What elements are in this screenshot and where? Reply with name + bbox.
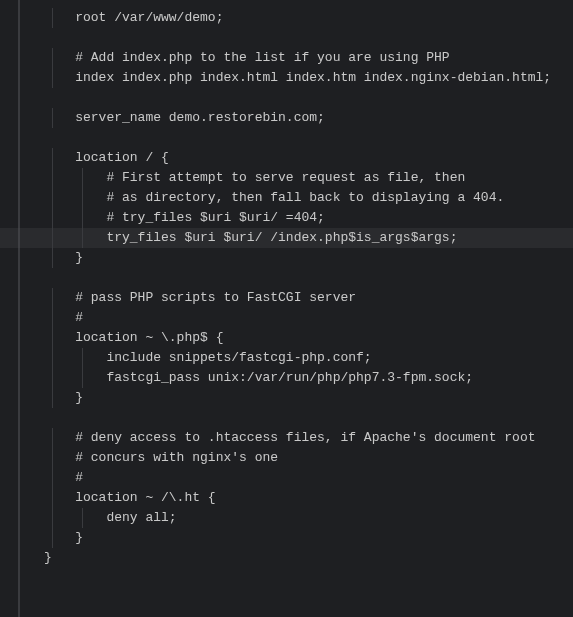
code-line[interactable] bbox=[0, 128, 573, 148]
indent-guide bbox=[82, 188, 83, 208]
code-text: root /var/www/demo; bbox=[44, 10, 223, 25]
code-line[interactable]: try_files $uri $uri/ /index.php$is_args$… bbox=[0, 228, 573, 248]
code-line[interactable]: } bbox=[0, 248, 573, 268]
code-line[interactable] bbox=[0, 408, 573, 428]
indent-guide bbox=[52, 528, 53, 548]
code-line[interactable] bbox=[0, 88, 573, 108]
indent-guide bbox=[52, 328, 53, 348]
code-text: } bbox=[44, 250, 83, 265]
code-line[interactable]: location / { bbox=[0, 148, 573, 168]
code-line[interactable]: # pass PHP scripts to FastCGI server bbox=[0, 288, 573, 308]
code-text: location ~ /\.ht { bbox=[44, 490, 216, 505]
indent-guide bbox=[52, 288, 53, 308]
indent-guide bbox=[52, 148, 53, 168]
indent-guide bbox=[52, 448, 53, 468]
indent-guide bbox=[52, 208, 53, 228]
code-line[interactable]: location ~ /\.ht { bbox=[0, 488, 573, 508]
code-line[interactable]: # Add index.php to the list if you are u… bbox=[0, 48, 573, 68]
code-line[interactable]: # deny access to .htaccess files, if Apa… bbox=[0, 428, 573, 448]
indent-guide bbox=[52, 308, 53, 328]
indent-guide bbox=[52, 48, 53, 68]
indent-guide bbox=[82, 348, 83, 368]
code-line[interactable]: fastcgi_pass unix:/var/run/php/php7.3-fp… bbox=[0, 368, 573, 388]
indent-guide bbox=[52, 428, 53, 448]
indent-guide bbox=[52, 168, 53, 188]
indent-guide bbox=[52, 388, 53, 408]
code-text: include snippets/fastcgi-php.conf; bbox=[44, 350, 372, 365]
code-text: # pass PHP scripts to FastCGI server bbox=[44, 290, 356, 305]
code-line[interactable] bbox=[0, 268, 573, 288]
code-text: # try_files $uri $uri/ =404; bbox=[44, 210, 325, 225]
indent-guide bbox=[52, 348, 53, 368]
code-text: # bbox=[44, 470, 83, 485]
indent-guide bbox=[52, 508, 53, 528]
code-line[interactable]: } bbox=[0, 388, 573, 408]
code-line[interactable]: location ~ \.php$ { bbox=[0, 328, 573, 348]
code-text: # First attempt to serve request as file… bbox=[44, 170, 465, 185]
indent-guide bbox=[82, 368, 83, 388]
code-text: server_name demo.restorebin.com; bbox=[44, 110, 325, 125]
code-line[interactable] bbox=[0, 28, 573, 48]
code-line[interactable]: } bbox=[0, 528, 573, 548]
code-text: # bbox=[44, 310, 83, 325]
code-editor[interactable]: root /var/www/demo; # Add index.php to t… bbox=[0, 0, 573, 617]
code-line[interactable]: # as directory, then fall back to displa… bbox=[0, 188, 573, 208]
code-line[interactable]: server_name demo.restorebin.com; bbox=[0, 108, 573, 128]
code-lines-container: root /var/www/demo; # Add index.php to t… bbox=[0, 8, 573, 568]
indent-guide bbox=[52, 468, 53, 488]
code-line[interactable]: } bbox=[0, 548, 573, 568]
code-line[interactable]: # concurs with nginx's one bbox=[0, 448, 573, 468]
code-text: # as directory, then fall back to displa… bbox=[44, 190, 504, 205]
indent-guide bbox=[52, 248, 53, 268]
indent-guide bbox=[52, 8, 53, 28]
indent-guide bbox=[82, 168, 83, 188]
indent-guide bbox=[52, 228, 53, 248]
code-line[interactable]: include snippets/fastcgi-php.conf; bbox=[0, 348, 573, 368]
code-text: try_files $uri $uri/ /index.php$is_args$… bbox=[44, 230, 457, 245]
code-text: } bbox=[44, 530, 83, 545]
indent-guide bbox=[82, 228, 83, 248]
code-line[interactable]: deny all; bbox=[0, 508, 573, 528]
code-text: } bbox=[44, 550, 52, 565]
code-text: # concurs with nginx's one bbox=[44, 450, 278, 465]
indent-guide bbox=[52, 488, 53, 508]
indent-guide bbox=[52, 188, 53, 208]
code-text: fastcgi_pass unix:/var/run/php/php7.3-fp… bbox=[44, 370, 473, 385]
code-text: location / { bbox=[44, 150, 169, 165]
code-line[interactable]: # First attempt to serve request as file… bbox=[0, 168, 573, 188]
code-line[interactable]: # bbox=[0, 308, 573, 328]
code-line[interactable]: # try_files $uri $uri/ =404; bbox=[0, 208, 573, 228]
code-text: deny all; bbox=[44, 510, 177, 525]
code-line[interactable]: index index.php index.html index.htm ind… bbox=[0, 68, 573, 88]
code-text: } bbox=[44, 390, 83, 405]
code-line[interactable]: # bbox=[0, 468, 573, 488]
code-text: index index.php index.html index.htm ind… bbox=[44, 70, 551, 85]
code-text: location ~ \.php$ { bbox=[44, 330, 223, 345]
indent-guide bbox=[52, 68, 53, 88]
code-text: # deny access to .htaccess files, if Apa… bbox=[44, 430, 535, 445]
indent-guide bbox=[52, 368, 53, 388]
indent-guide bbox=[82, 508, 83, 528]
code-text: # Add index.php to the list if you are u… bbox=[44, 50, 450, 65]
code-line[interactable]: root /var/www/demo; bbox=[0, 8, 573, 28]
indent-guide bbox=[82, 208, 83, 228]
indent-guide bbox=[52, 108, 53, 128]
